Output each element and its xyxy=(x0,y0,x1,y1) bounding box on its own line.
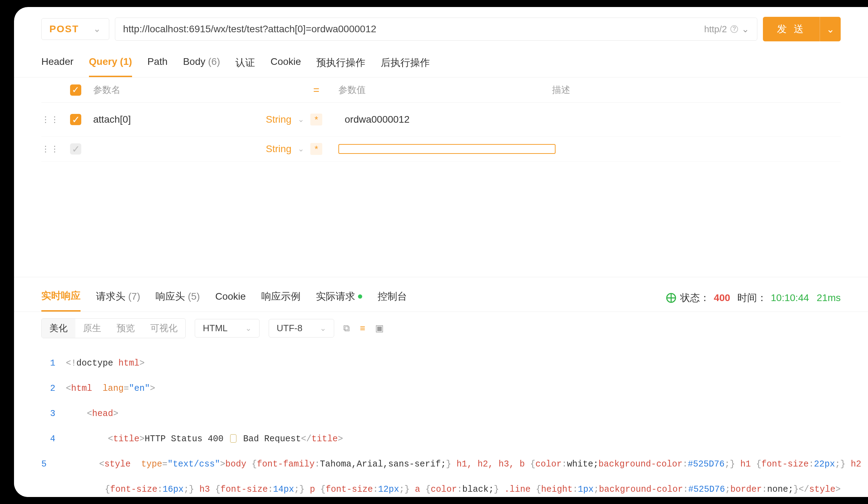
tab-label: 控制台 xyxy=(378,290,407,303)
resp-tab-actual-request[interactable]: 实际请求 xyxy=(316,285,362,311)
view-mode-raw[interactable]: 原生 xyxy=(75,319,109,338)
main-panel: POST ⌄ http://localhost:6915/wx/test/tes… xyxy=(14,7,868,497)
unknown-char-icon xyxy=(230,434,236,443)
status-dot-icon xyxy=(358,294,362,299)
copy-icon[interactable]: ⧉ xyxy=(343,323,350,334)
line-number: 5 xyxy=(41,458,57,471)
view-mode-preview[interactable]: 预览 xyxy=(109,319,143,338)
chevron-down-icon: ⌄ xyxy=(298,144,304,154)
resp-tab-example[interactable]: 响应示例 xyxy=(261,285,301,311)
tab-label: 预执行操作 xyxy=(316,57,365,68)
encoding-value: UTF-8 xyxy=(277,323,303,334)
tab-label: 认证 xyxy=(235,57,255,68)
param-row: ⋮⋮ ✓ attach[0] String ⌄ * ordwa0000012 xyxy=(41,103,841,137)
code-text: Bad Request xyxy=(238,434,301,444)
line-number: 2 xyxy=(41,382,66,395)
toolbar-icons: ⧉ ≡ ▣ xyxy=(343,323,384,334)
tab-cookie[interactable]: Cookie xyxy=(270,51,301,77)
drag-handle-icon[interactable]: ⋮⋮ xyxy=(41,115,67,124)
tab-label: Query xyxy=(89,56,117,67)
drag-handle-icon[interactable]: ⋮⋮ xyxy=(41,144,67,154)
send-dropdown[interactable]: ⌄ xyxy=(820,17,841,41)
required-icon: * xyxy=(310,143,322,155)
url-input[interactable]: http://localhost:6915/wx/test/test?attac… xyxy=(115,18,757,41)
send-button[interactable]: 发 送 ⌄ xyxy=(763,17,841,41)
tab-body[interactable]: Body (6) xyxy=(183,51,220,77)
send-button-label: 发 送 xyxy=(763,17,820,41)
tab-auth[interactable]: 认证 xyxy=(235,51,255,77)
tab-pre-request[interactable]: 预执行操作 xyxy=(316,51,365,77)
view-mode-pretty[interactable]: 美化 xyxy=(42,319,75,338)
tab-count: (1) xyxy=(120,56,132,67)
param-type-value: String xyxy=(266,143,291,155)
param-type-select[interactable]: String ⌄ xyxy=(244,114,307,125)
format-value: HTML xyxy=(203,323,228,334)
tab-label: Cookie xyxy=(215,291,246,302)
tab-count: (5) xyxy=(188,291,200,302)
tab-label: 实时响应 xyxy=(41,289,81,302)
col-value: 参数值 xyxy=(338,84,549,96)
line-number: 4 xyxy=(41,433,66,445)
col-name: 参数名 xyxy=(93,84,240,96)
http-method-value: POST xyxy=(49,23,79,35)
response-tabs: 实时响应 请求头 (7) 响应头 (5) Cookie 响应示例 实际请求 控制… xyxy=(14,277,868,312)
request-tabs: Header Query (1) Path Body (6) 认证 Cookie… xyxy=(14,48,868,77)
help-icon: ? xyxy=(730,25,738,33)
equals-icon: = xyxy=(310,84,322,96)
resp-tab-response-headers[interactable]: 响应头 (5) xyxy=(156,285,200,311)
line-number: 1 xyxy=(41,357,66,370)
request-row: POST ⌄ http://localhost:6915/wx/test/tes… xyxy=(14,7,868,48)
protocol-select[interactable]: http/2 ? ⌄ xyxy=(704,24,749,35)
param-checkbox[interactable]: ✓ xyxy=(70,114,81,125)
param-type-value: String xyxy=(266,114,291,125)
resp-tab-realtime[interactable]: 实时响应 xyxy=(41,284,81,312)
col-desc: 描述 xyxy=(552,84,841,96)
tab-query[interactable]: Query (1) xyxy=(89,51,132,77)
time-label: 时间： xyxy=(737,291,767,305)
query-params-table: ✓ 参数名 = 参数值 描述 ⋮⋮ ✓ attach[0] String ⌄ *… xyxy=(14,77,868,162)
tab-label: Path xyxy=(147,56,168,67)
param-value-input[interactable]: ordwa0000012 xyxy=(338,109,549,130)
resp-tab-request-headers[interactable]: 请求头 (7) xyxy=(96,285,140,311)
resp-tab-console[interactable]: 控制台 xyxy=(378,285,407,311)
format-select[interactable]: HTML ⌄ xyxy=(195,319,260,338)
response-panel: 实时响应 请求头 (7) 响应头 (5) Cookie 响应示例 实际请求 控制… xyxy=(14,277,868,497)
param-value-input[interactable] xyxy=(338,144,556,154)
tab-label: 后执行操作 xyxy=(381,57,430,68)
tab-label: 实际请求 xyxy=(316,290,355,303)
tab-path[interactable]: Path xyxy=(147,51,168,77)
param-type-select[interactable]: String ⌄ xyxy=(244,143,307,155)
encoding-select[interactable]: UTF-8 ⌄ xyxy=(269,319,335,338)
code-text: HTTP Status 400 xyxy=(145,434,229,444)
globe-icon xyxy=(666,293,676,303)
tab-count: (7) xyxy=(128,291,140,302)
save-icon[interactable]: ▣ xyxy=(375,323,384,334)
tab-post-request[interactable]: 后执行操作 xyxy=(381,51,430,77)
params-header-row: ✓ 参数名 = 参数值 描述 xyxy=(41,77,841,103)
duration-value: 21ms xyxy=(817,292,841,304)
resp-tab-cookie[interactable]: Cookie xyxy=(215,286,246,310)
tab-count: (6) xyxy=(208,56,220,67)
chevron-down-icon: ⌄ xyxy=(320,324,326,333)
param-name[interactable]: attach[0] xyxy=(93,114,240,125)
view-mode-segment: 美化 原生 预览 可视化 xyxy=(41,318,186,338)
chevron-down-icon: ⌄ xyxy=(245,324,252,333)
status-code: 400 xyxy=(714,292,730,304)
tab-label: 响应头 xyxy=(156,290,185,303)
view-mode-visual[interactable]: 可视化 xyxy=(143,319,185,338)
line-number: 3 xyxy=(41,408,66,420)
param-checkbox[interactable]: ✓ xyxy=(70,143,81,155)
response-toolbar: 美化 原生 预览 可视化 HTML ⌄ UTF-8 ⌄ ⧉ ≡ ▣ xyxy=(14,312,868,345)
tab-label: Body xyxy=(183,56,205,67)
http-method-select[interactable]: POST ⌄ xyxy=(41,18,109,40)
param-row: ⋮⋮ ✓ String ⌄ * xyxy=(41,137,841,162)
tab-header[interactable]: Header xyxy=(41,51,74,77)
chevron-down-icon: ⌄ xyxy=(742,24,749,35)
wrap-icon[interactable]: ≡ xyxy=(360,323,365,334)
url-value: http://localhost:6915/wx/test/test?attac… xyxy=(123,23,376,35)
response-body-code[interactable]: 1<!doctype html> 2<html lang="en"> 3 <he… xyxy=(14,345,868,497)
select-all-checkbox[interactable]: ✓ xyxy=(70,84,81,96)
chevron-down-icon: ⌄ xyxy=(94,24,101,34)
required-icon: * xyxy=(310,114,322,125)
status-label: 状态： xyxy=(680,291,710,305)
